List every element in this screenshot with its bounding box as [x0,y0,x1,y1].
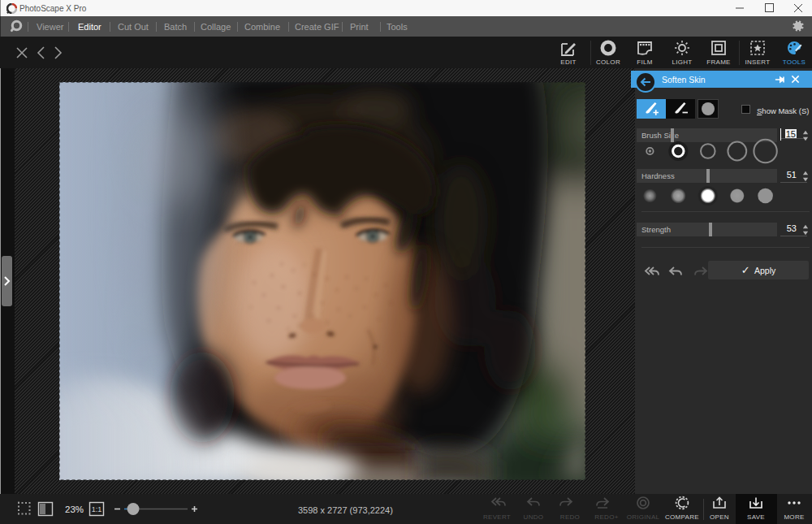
svg-text:1:1: 1:1 [92,505,102,513]
